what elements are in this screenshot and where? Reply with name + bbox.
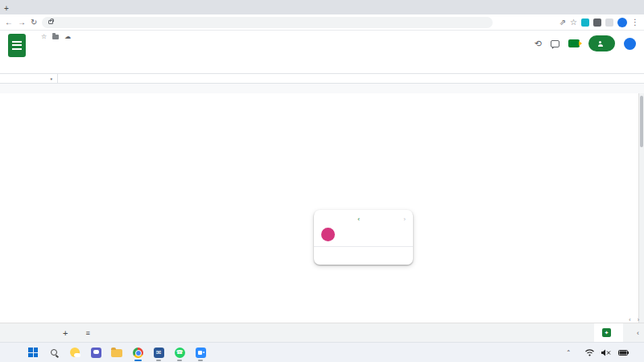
taskbar: ✉ ☎ ⌃ — [0, 342, 644, 362]
column-headers — [0, 84, 644, 93]
browser-actions: ⇗ ☆ ⋮ — [559, 18, 639, 27]
account-avatar[interactable] — [624, 38, 636, 50]
url-input[interactable] — [42, 17, 493, 28]
wifi-icon[interactable] — [585, 349, 594, 356]
search-icon[interactable] — [48, 347, 60, 358]
mail-icon[interactable]: ✉ — [153, 347, 164, 358]
browser-menu-icon[interactable]: ⋮ — [631, 18, 639, 27]
vertical-scrollbar[interactable] — [638, 93, 644, 323]
chrome-icon[interactable] — [132, 347, 143, 358]
address-bar: ← → ↻ ⇗ ☆ ⋮ — [0, 14, 644, 31]
toolbar — [0, 61, 644, 74]
camera-app-icon[interactable] — [195, 347, 206, 358]
sheets-header: ☆ ☁ ⟲ — [0, 31, 644, 61]
widgets-weather-icon[interactable] — [69, 347, 80, 358]
extension-icon-3[interactable] — [605, 19, 613, 27]
explore-button[interactable]: ✦ — [594, 323, 623, 343]
sheets-logo-icon[interactable] — [8, 34, 26, 57]
sheet-tab-bar: + ≡ ✦ ‹ — [0, 323, 644, 342]
edit-history-popup: ‹ › — [314, 210, 413, 265]
forward-icon[interactable]: → — [18, 18, 26, 27]
back-icon[interactable]: ← — [5, 18, 13, 27]
tray-expand-icon[interactable]: ⌃ — [567, 349, 571, 356]
collapse-panel-icon[interactable]: ‹ — [637, 329, 639, 337]
add-sheet-icon[interactable]: + — [63, 328, 68, 338]
bookmark-star-icon[interactable]: ☆ — [570, 18, 577, 27]
formula-bar: ▾ — [0, 74, 644, 84]
start-button[interactable] — [27, 347, 39, 358]
star-icon[interactable]: ☆ — [41, 33, 47, 40]
lock-icon — [48, 20, 53, 24]
horizontal-scroll-arrows[interactable]: ‹› — [629, 316, 639, 323]
refresh-icon[interactable]: ↻ — [31, 18, 37, 27]
file-explorer-icon[interactable] — [111, 347, 122, 358]
chat-icon[interactable] — [90, 347, 101, 358]
meet-icon[interactable] — [568, 39, 580, 47]
window-controls — [567, 0, 644, 14]
explore-icon: ✦ — [602, 328, 611, 337]
chevron-down-icon: ▾ — [50, 76, 52, 81]
browser-profile-avatar[interactable] — [617, 18, 627, 27]
move-folder-icon[interactable] — [52, 35, 59, 39]
extension-icon-2[interactable] — [593, 19, 601, 27]
cloud-status-icon: ☁ — [64, 33, 71, 40]
whatsapp-icon[interactable]: ☎ — [174, 347, 185, 358]
screen: + ← → ↻ ⇗ ☆ ⋮ ☆ — [0, 0, 644, 362]
share-page-icon[interactable]: ⇗ — [559, 18, 566, 27]
comment-history-icon[interactable] — [551, 40, 559, 47]
volume-muted-icon[interactable] — [601, 349, 611, 356]
browser-tab-strip: + — [0, 0, 644, 14]
spreadsheet-grid — [0, 93, 644, 323]
all-sheets-icon[interactable]: ≡ — [85, 329, 90, 337]
version-history-icon[interactable]: ⟲ — [535, 39, 542, 49]
person-add-icon — [597, 41, 603, 47]
battery-icon[interactable] — [618, 350, 629, 356]
next-edit-icon[interactable]: › — [403, 216, 406, 223]
share-button[interactable] — [588, 35, 615, 51]
new-tab-button[interactable]: + — [0, 2, 13, 14]
name-box[interactable]: ▾ — [0, 74, 58, 83]
extension-icon-1[interactable] — [581, 19, 589, 27]
editor-avatar — [321, 228, 335, 241]
prev-edit-icon[interactable]: ‹ — [357, 216, 360, 223]
